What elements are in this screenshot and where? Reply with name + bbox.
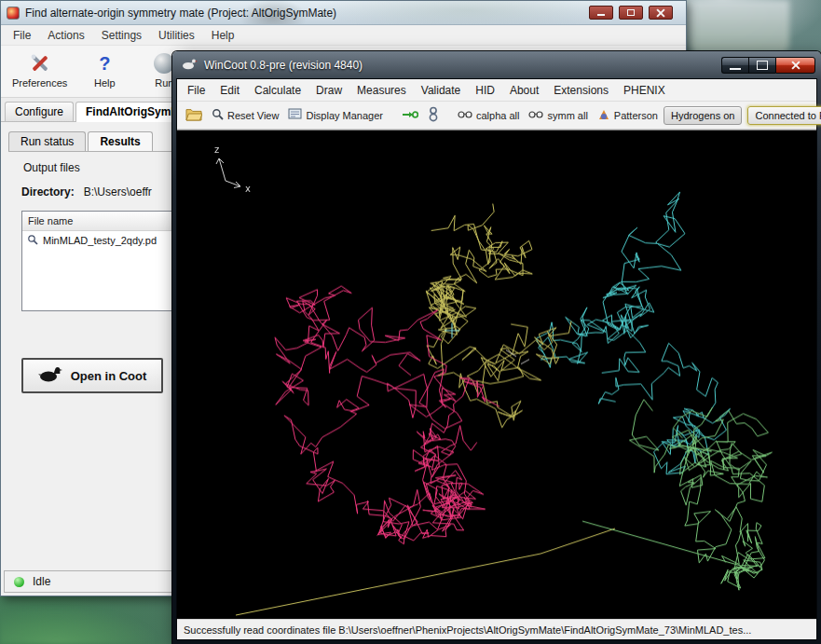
help-button[interactable]: ? Help — [78, 50, 130, 89]
folder-icon — [185, 108, 202, 123]
wincoot-app-icon — [182, 57, 198, 74]
menu-help[interactable]: Help — [203, 26, 243, 45]
patterson-label: Patterson — [614, 110, 658, 121]
reset-view-button[interactable]: Reset View — [208, 106, 282, 124]
spectacles-icon — [458, 110, 472, 121]
menu-file[interactable]: File — [5, 26, 39, 45]
menu-hid[interactable]: HID — [468, 80, 502, 101]
preferences-tools-icon — [28, 51, 52, 75]
calpha-all-label: calpha all — [476, 110, 519, 121]
menu-settings[interactable]: Settings — [93, 26, 150, 45]
menu-extensions[interactable]: Extensions — [546, 80, 616, 101]
status-indicator-dot — [14, 577, 24, 587]
menu-about[interactable]: About — [502, 80, 546, 101]
minimize-button[interactable] — [589, 6, 613, 20]
spectacles-icon — [528, 110, 543, 121]
wincoot-statusbar: Successfully read coordinates file B:\Us… — [177, 619, 816, 639]
help-label: Help — [94, 77, 116, 89]
symm-all-label: symm all — [547, 110, 587, 121]
menu-utilities[interactable]: Utilities — [150, 26, 203, 45]
tab-run-status[interactable]: Run status — [8, 131, 86, 151]
coot-bird-icon — [38, 365, 62, 386]
preferences-button[interactable]: Preferences — [8, 50, 71, 89]
patterson-button[interactable]: Patterson — [594, 106, 662, 125]
menu-file[interactable]: File — [180, 80, 212, 101]
menu-phenix[interactable]: PHENIX — [616, 80, 673, 101]
menu-calculate[interactable]: Calculate — [247, 80, 308, 101]
tab-results[interactable]: Results — [88, 131, 152, 151]
close-button[interactable] — [775, 57, 815, 74]
directory-label: Directory: — [21, 185, 75, 199]
maximize-button[interactable] — [748, 57, 775, 74]
wincoot-window-title: WinCoot 0.8-pre (revision 4840) — [204, 59, 363, 72]
molecule-canvas[interactable] — [177, 130, 816, 619]
patterson-icon — [597, 108, 610, 123]
phenix-window-controls — [589, 6, 673, 20]
phenix-menubar: File Actions Settings Utilities Help — [1, 25, 686, 46]
display-manager-button[interactable]: Display Manager — [284, 106, 387, 124]
wincoot-window-controls — [721, 56, 815, 74]
phenix-app-icon — [7, 7, 20, 20]
file-name: MinMLAD_testy_2qdy.pd — [43, 235, 157, 246]
wincoot-titlebar[interactable]: WinCoot 0.8-pre (revision 4840) — [176, 51, 817, 78]
green-arrow-icon — [402, 109, 418, 122]
calpha-all-button[interactable]: calpha all — [454, 108, 523, 123]
magnifier-icon — [212, 108, 224, 122]
desktop-screen: Find alternate-origin symmetry mate (Pro… — [0, 0, 821, 644]
display-manager-label: Display Manager — [306, 110, 383, 121]
maximize-button[interactable] — [619, 6, 643, 20]
opengl-viewport — [177, 130, 816, 619]
wincoot-toolbar: Reset View Display Manager — [177, 102, 816, 130]
help-icon: ? — [92, 51, 116, 75]
symm-all-button[interactable]: symm all — [525, 108, 591, 123]
menu-measures[interactable]: Measures — [349, 80, 414, 101]
menu-draw[interactable]: Draw — [308, 80, 349, 101]
atoms-icon — [428, 106, 439, 124]
open-coordinates-button[interactable] — [182, 106, 206, 125]
open-in-coot-label: Open in Coot — [71, 369, 147, 383]
wincoot-window: WinCoot 0.8-pre (revision 4840) File Edi… — [172, 51, 821, 644]
directory-value: B:\Users\oeffr — [84, 185, 152, 199]
wincoot-menubar: File Edit Calculate Draw Measures Valida… — [177, 79, 816, 102]
wincoot-client-area: File Edit Calculate Draw Measures Valida… — [176, 78, 817, 640]
reset-view-label: Reset View — [227, 110, 279, 121]
undo-molecule-chooser-button[interactable] — [398, 107, 422, 124]
wincoot-status-text: Successfully read coordinates file B:\Us… — [184, 624, 751, 636]
phenix-window-title: Find alternate-origin symmetry mate (Pro… — [25, 7, 336, 20]
close-button[interactable] — [649, 6, 673, 20]
connected-to-phenix-button[interactable]: Connected to PHENIX — [747, 106, 821, 125]
status-text: Idle — [33, 575, 50, 588]
menu-edit[interactable]: Edit — [212, 80, 247, 101]
run-label: Run — [155, 77, 173, 89]
wallpaper-grass — [0, 588, 186, 644]
menu-actions[interactable]: Actions — [39, 26, 92, 45]
phenix-titlebar[interactable]: Find alternate-origin symmetry mate (Pro… — [1, 1, 686, 25]
display-manager-icon — [288, 108, 302, 122]
hydrogens-toggle-button[interactable]: Hydrogens on — [664, 106, 743, 125]
menu-validate[interactable]: Validate — [414, 80, 468, 101]
wallpaper-structure — [689, 0, 789, 54]
preferences-label: Preferences — [12, 77, 67, 89]
magnifier-icon — [27, 234, 38, 247]
open-in-coot-button[interactable]: Open in Coot — [21, 358, 163, 393]
minimize-button[interactable] — [721, 57, 748, 74]
tab-configure[interactable]: Configure — [5, 102, 74, 121]
go-to-atom-button[interactable] — [424, 104, 443, 126]
